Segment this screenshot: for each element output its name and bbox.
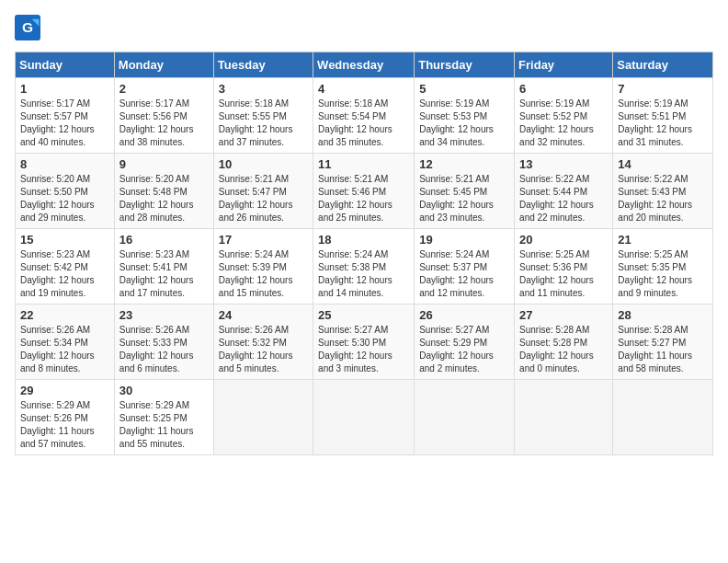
cell-line: Sunset: 5:51 PM bbox=[618, 110, 708, 123]
cell-line: Sunset: 5:30 PM bbox=[318, 337, 409, 350]
cell-line: Daylight: 12 hours bbox=[419, 199, 509, 212]
week-row-5: 29Sunrise: 5:29 AMSunset: 5:26 PMDayligh… bbox=[16, 380, 713, 455]
cell-line: Daylight: 12 hours bbox=[618, 123, 708, 136]
cell-content: Sunrise: 5:24 AMSunset: 5:38 PMDaylight:… bbox=[318, 248, 409, 300]
cell-content: Sunrise: 5:28 AMSunset: 5:27 PMDaylight:… bbox=[618, 324, 708, 375]
calendar-cell bbox=[213, 380, 313, 455]
cell-line: Sunset: 5:56 PM bbox=[119, 110, 209, 123]
cell-line: Sunrise: 5:22 AM bbox=[618, 173, 708, 186]
cell-line: Sunrise: 5:27 AM bbox=[419, 324, 509, 337]
calendar-cell: 26Sunrise: 5:27 AMSunset: 5:29 PMDayligh… bbox=[415, 304, 515, 380]
calendar-cell: 25Sunrise: 5:27 AMSunset: 5:30 PMDayligh… bbox=[313, 304, 415, 380]
day-number: 16 bbox=[119, 233, 209, 247]
cell-line: and 26 minutes. bbox=[219, 212, 308, 224]
day-number: 27 bbox=[519, 308, 608, 322]
calendar-cell: 13Sunrise: 5:22 AMSunset: 5:44 PMDayligh… bbox=[515, 154, 613, 229]
cell-line: Sunrise: 5:22 AM bbox=[519, 173, 608, 186]
calendar-cell bbox=[613, 380, 713, 455]
cell-line: and 35 minutes. bbox=[318, 136, 409, 149]
cell-line: Sunrise: 5:26 AM bbox=[119, 324, 209, 337]
cell-content: Sunrise: 5:21 AMSunset: 5:46 PMDaylight:… bbox=[318, 173, 409, 224]
cell-line: Sunset: 5:41 PM bbox=[119, 261, 209, 274]
cell-line: Sunrise: 5:26 AM bbox=[20, 324, 109, 337]
cell-line: Sunrise: 5:27 AM bbox=[318, 324, 409, 337]
cell-content: Sunrise: 5:21 AMSunset: 5:47 PMDaylight:… bbox=[219, 173, 308, 224]
cell-line: Sunset: 5:57 PM bbox=[20, 110, 109, 123]
cell-line: Daylight: 11 hours bbox=[20, 425, 109, 438]
cell-content: Sunrise: 5:20 AMSunset: 5:50 PMDaylight:… bbox=[20, 173, 109, 224]
cell-line: Daylight: 12 hours bbox=[219, 274, 308, 287]
cell-content: Sunrise: 5:29 AMSunset: 5:26 PMDaylight:… bbox=[20, 399, 109, 451]
cell-line: Sunset: 5:45 PM bbox=[419, 186, 509, 199]
cell-content: Sunrise: 5:19 AMSunset: 5:53 PMDaylight:… bbox=[419, 98, 509, 149]
cell-content: Sunrise: 5:25 AMSunset: 5:35 PMDaylight:… bbox=[618, 248, 708, 300]
cell-line: Sunrise: 5:28 AM bbox=[519, 324, 608, 337]
cell-line: Sunrise: 5:19 AM bbox=[519, 98, 608, 110]
cell-content: Sunrise: 5:17 AMSunset: 5:56 PMDaylight:… bbox=[119, 98, 209, 149]
calendar-cell: 16Sunrise: 5:23 AMSunset: 5:41 PMDayligh… bbox=[114, 229, 213, 304]
cell-line: and 0 minutes. bbox=[519, 362, 608, 375]
cell-line: Sunset: 5:39 PM bbox=[219, 261, 308, 274]
cell-line: Daylight: 12 hours bbox=[20, 199, 109, 212]
cell-line: and 6 minutes. bbox=[119, 362, 209, 375]
cell-content: Sunrise: 5:26 AMSunset: 5:34 PMDaylight:… bbox=[20, 324, 109, 375]
cell-line: Daylight: 12 hours bbox=[618, 274, 708, 287]
day-number: 2 bbox=[119, 82, 209, 96]
cell-line: Daylight: 12 hours bbox=[519, 350, 608, 362]
cell-line: and 12 minutes. bbox=[419, 287, 509, 300]
cell-line: Daylight: 12 hours bbox=[119, 274, 209, 287]
cell-content: Sunrise: 5:18 AMSunset: 5:54 PMDaylight:… bbox=[318, 98, 409, 149]
week-row-4: 22Sunrise: 5:26 AMSunset: 5:34 PMDayligh… bbox=[16, 304, 713, 380]
cell-line: and 20 minutes. bbox=[618, 212, 708, 224]
cell-content: Sunrise: 5:21 AMSunset: 5:45 PMDaylight:… bbox=[419, 173, 509, 224]
cell-content: Sunrise: 5:24 AMSunset: 5:39 PMDaylight:… bbox=[219, 248, 308, 300]
calendar-cell: 24Sunrise: 5:26 AMSunset: 5:32 PMDayligh… bbox=[213, 304, 313, 380]
cell-line: Sunset: 5:53 PM bbox=[419, 110, 509, 123]
cell-line: Daylight: 12 hours bbox=[119, 123, 209, 136]
calendar-cell: 11Sunrise: 5:21 AMSunset: 5:46 PMDayligh… bbox=[313, 154, 415, 229]
day-number: 29 bbox=[20, 384, 109, 397]
cell-line: Sunrise: 5:23 AM bbox=[20, 248, 109, 261]
cell-content: Sunrise: 5:23 AMSunset: 5:42 PMDaylight:… bbox=[20, 248, 109, 300]
day-number: 14 bbox=[618, 157, 708, 171]
cell-line: and 15 minutes. bbox=[219, 287, 308, 300]
day-number: 23 bbox=[119, 308, 209, 322]
week-row-1: 1Sunrise: 5:17 AMSunset: 5:57 PMDaylight… bbox=[16, 78, 713, 154]
cell-line: and 25 minutes. bbox=[318, 212, 409, 224]
cell-line: Daylight: 12 hours bbox=[318, 350, 409, 362]
cell-line: Sunrise: 5:18 AM bbox=[318, 98, 409, 110]
cell-content: Sunrise: 5:29 AMSunset: 5:25 PMDaylight:… bbox=[119, 399, 209, 451]
cell-line: Sunset: 5:28 PM bbox=[519, 337, 608, 350]
cell-line: Sunset: 5:43 PM bbox=[618, 186, 708, 199]
cell-line: Daylight: 12 hours bbox=[318, 123, 409, 136]
calendar-cell: 14Sunrise: 5:22 AMSunset: 5:43 PMDayligh… bbox=[613, 154, 713, 229]
day-number: 24 bbox=[219, 308, 308, 322]
weekday-header-sunday: Sunday bbox=[16, 52, 115, 78]
day-number: 26 bbox=[419, 308, 509, 322]
weekday-header-row: SundayMondayTuesdayWednesdayThursdayFrid… bbox=[16, 52, 713, 78]
cell-line: and 34 minutes. bbox=[419, 136, 509, 149]
week-row-3: 15Sunrise: 5:23 AMSunset: 5:42 PMDayligh… bbox=[16, 229, 713, 304]
calendar-cell bbox=[515, 380, 613, 455]
day-number: 18 bbox=[318, 233, 409, 247]
cell-line: and 40 minutes. bbox=[20, 136, 109, 149]
cell-line: Daylight: 12 hours bbox=[219, 199, 308, 212]
cell-content: Sunrise: 5:22 AMSunset: 5:43 PMDaylight:… bbox=[618, 173, 708, 224]
cell-line: Daylight: 12 hours bbox=[519, 274, 608, 287]
day-number: 5 bbox=[419, 82, 509, 96]
cell-line: Daylight: 12 hours bbox=[419, 274, 509, 287]
cell-line: and 14 minutes. bbox=[318, 287, 409, 300]
day-number: 13 bbox=[519, 157, 608, 171]
day-number: 21 bbox=[618, 233, 708, 247]
cell-line: Sunrise: 5:25 AM bbox=[519, 248, 608, 261]
cell-line: Daylight: 12 hours bbox=[519, 123, 608, 136]
cell-line: Sunset: 5:35 PM bbox=[618, 261, 708, 274]
cell-line: Daylight: 11 hours bbox=[618, 350, 708, 362]
cell-line: Sunrise: 5:23 AM bbox=[119, 248, 209, 261]
day-number: 4 bbox=[318, 82, 409, 96]
cell-line: and 22 minutes. bbox=[519, 212, 608, 224]
cell-line: Sunset: 5:55 PM bbox=[219, 110, 308, 123]
cell-line: and 2 minutes. bbox=[419, 362, 509, 375]
cell-content: Sunrise: 5:18 AMSunset: 5:55 PMDaylight:… bbox=[219, 98, 308, 149]
cell-line: Sunset: 5:34 PM bbox=[20, 337, 109, 350]
